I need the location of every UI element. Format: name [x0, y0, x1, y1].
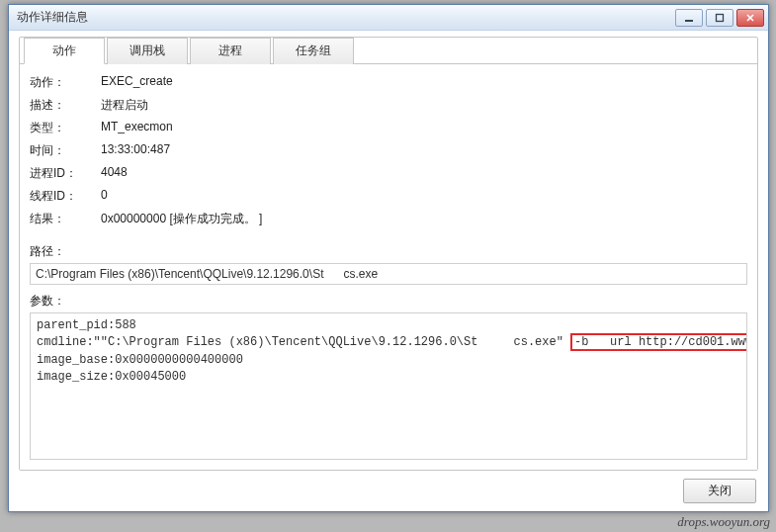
maximize-button[interactable] — [706, 9, 733, 27]
type-value: MT_execmon — [101, 120, 747, 136]
param-line: parent_pid:588 — [37, 318, 136, 332]
pid-label: 进程ID： — [30, 165, 89, 182]
desc-value: 进程启动 — [101, 97, 747, 114]
tab-callstack[interactable]: 调用栈 — [107, 38, 188, 64]
result-label: 结果： — [30, 211, 89, 227]
dialog-body: 动作 调用栈 进程 任务组 动作： EXEC_create 描述： 进程启动 类… — [9, 31, 768, 511]
close-button[interactable]: 关闭 — [683, 479, 756, 503]
svg-rect-1 — [717, 14, 724, 21]
tab-content: 动作： EXEC_create 描述： 进程启动 类型： MT_execmon … — [20, 63, 757, 470]
close-icon — [745, 13, 755, 23]
highlighted-url: -b url http://cd001.www.duba.net/duba/in… — [570, 333, 747, 351]
param-line: cmdline:""C:\Program Files (x86)\Tencent… — [37, 335, 570, 349]
minimize-icon — [684, 13, 694, 23]
close-window-button[interactable] — [736, 9, 764, 27]
action-label: 动作： — [30, 74, 89, 91]
tid-label: 线程ID： — [30, 188, 89, 205]
tab-strip: 动作 调用栈 进程 任务组 — [20, 37, 757, 63]
window-controls — [675, 9, 764, 27]
footer-buttons: 关闭 — [19, 471, 758, 503]
tab-process[interactable]: 进程 — [190, 38, 271, 64]
pid-value: 4048 — [101, 165, 747, 182]
titlebar: 动作详细信息 — [9, 5, 768, 31]
tab-panel: 动作 调用栈 进程 任务组 动作： EXEC_create 描述： 进程启动 类… — [19, 37, 758, 471]
tab-taskgroup[interactable]: 任务组 — [273, 38, 354, 64]
minimize-button[interactable] — [675, 9, 703, 27]
details-grid: 动作： EXEC_create 描述： 进程启动 类型： MT_execmon … — [30, 74, 747, 227]
type-label: 类型： — [30, 120, 89, 136]
desc-label: 描述： — [30, 97, 89, 114]
param-line: image_base:0x0000000000400000 — [37, 353, 243, 367]
time-label: 时间： — [30, 142, 89, 159]
params-label: 参数： — [30, 293, 747, 310]
path-label: 路径： — [30, 243, 747, 260]
watermark: drops.wooyun.org — [677, 514, 770, 530]
maximize-icon — [715, 13, 725, 23]
dialog-window: 动作详细信息 动作 调用栈 进程 任务组 动作： EX — [8, 4, 769, 512]
window-title: 动作详细信息 — [17, 9, 675, 26]
time-value: 13:33:00:487 — [101, 142, 747, 159]
path-input[interactable] — [30, 263, 747, 285]
tid-value: 0 — [101, 188, 747, 205]
result-value: 0x00000000 [操作成功完成。 ] — [101, 211, 747, 227]
params-textarea[interactable]: parent_pid:588 cmdline:""C:\Program File… — [30, 312, 747, 460]
param-line: image_size:0x00045000 — [37, 370, 186, 384]
action-value: EXEC_create — [101, 74, 747, 91]
tab-action[interactable]: 动作 — [24, 38, 105, 64]
